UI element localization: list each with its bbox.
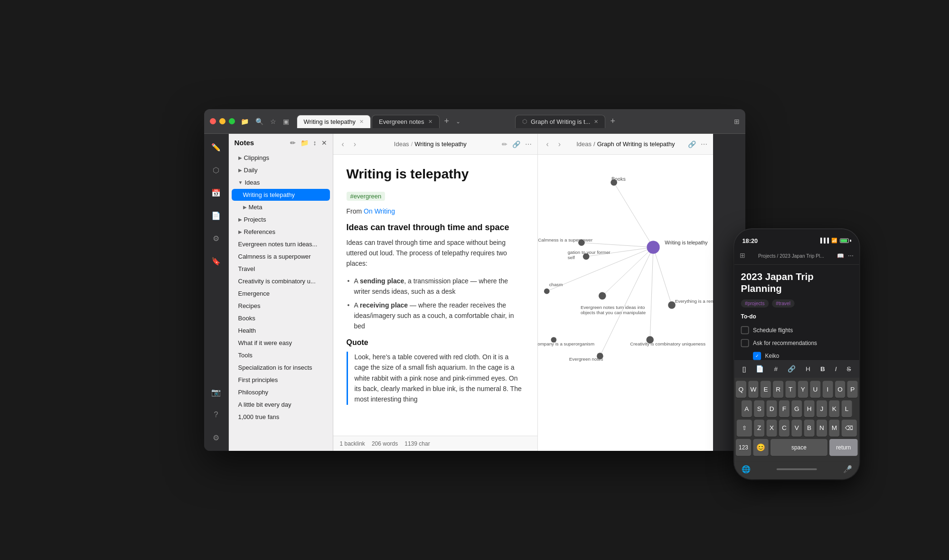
folder-icon[interactable]: 📁 xyxy=(241,118,249,125)
key-emoji[interactable]: 😊 xyxy=(753,439,768,456)
camera-icon[interactable]: 📷 xyxy=(208,384,224,400)
graph-node-evergreen1[interactable] xyxy=(598,292,606,300)
note-from-link[interactable]: On Writing xyxy=(364,207,395,215)
tab-chevron[interactable]: ⌄ xyxy=(453,118,463,125)
key-h[interactable]: H xyxy=(804,400,814,417)
kb-mic-icon[interactable]: 🎤 xyxy=(840,463,855,476)
more-icon[interactable]: ⋯ xyxy=(525,140,532,148)
kb-italic-icon[interactable]: I xyxy=(832,364,839,374)
key-v[interactable]: V xyxy=(791,420,802,437)
key-shift[interactable]: ⇧ xyxy=(736,420,752,437)
help-icon[interactable]: ? xyxy=(208,407,224,422)
kb-link-icon[interactable]: 🔗 xyxy=(785,364,798,374)
key-s[interactable]: S xyxy=(754,400,764,417)
tab-evergreen-notes[interactable]: Evergreen notes ✕ xyxy=(372,115,439,128)
mobile-content[interactable]: 2023 Japan Trip Planning #projects #trav… xyxy=(734,265,859,360)
key-return[interactable]: return xyxy=(829,439,858,456)
tab-close-graph[interactable]: ✕ xyxy=(594,119,598,125)
note-calmness[interactable]: Calmness is a superpower xyxy=(232,251,330,262)
kb-file-icon[interactable]: 📄 xyxy=(753,364,766,374)
note-health[interactable]: Health xyxy=(232,325,330,336)
folder-ideas[interactable]: ▼ Ideas xyxy=(232,177,330,188)
edit-icon[interactable]: ✏ xyxy=(502,140,507,148)
bookmark-icon[interactable]: 🔖 xyxy=(208,253,224,269)
new-note-icon[interactable]: ✏ xyxy=(290,139,296,147)
layout-icon[interactable]: ⊞ xyxy=(734,118,740,125)
note-tools[interactable]: Tools xyxy=(232,349,330,361)
key-z[interactable]: Z xyxy=(754,420,764,437)
add-tab-button[interactable]: + xyxy=(441,116,453,126)
edit-note-icon[interactable]: ✏️ xyxy=(208,140,224,155)
kb-strikethrough-icon[interactable]: S xyxy=(844,364,853,374)
graph-link-icon[interactable]: 🔗 xyxy=(688,140,696,148)
key-e[interactable]: E xyxy=(761,381,771,398)
kb-globe-icon[interactable]: 🌐 xyxy=(738,463,753,476)
back-button[interactable]: ‹ xyxy=(339,138,347,150)
close-list-icon[interactable]: ✕ xyxy=(321,139,327,147)
key-p[interactable]: P xyxy=(847,381,857,398)
graph-node-chasm[interactable] xyxy=(544,289,549,294)
key-c[interactable]: C xyxy=(779,420,789,437)
mobile-tag-travel[interactable]: #travel xyxy=(771,299,794,308)
graph-more-icon[interactable]: ⋯ xyxy=(701,140,707,148)
calendar-icon[interactable]: 📅 xyxy=(208,185,224,200)
checkbox-keiko[interactable] xyxy=(752,352,761,360)
graph-back-button[interactable]: ‹ xyxy=(544,138,552,150)
graph-forward-button[interactable]: › xyxy=(555,138,564,150)
settings-icon[interactable]: ⚙ xyxy=(208,430,224,445)
mobile-tag-projects[interactable]: #projects xyxy=(741,299,768,308)
key-b[interactable]: B xyxy=(804,420,814,437)
note-philosophy[interactable]: Philosophy xyxy=(232,386,330,398)
key-f[interactable]: F xyxy=(779,400,789,417)
add-graph-tab-button[interactable]: + xyxy=(606,116,619,126)
note-what-if[interactable]: What if it were easy xyxy=(232,337,330,349)
key-w[interactable]: W xyxy=(748,381,758,398)
breadcrumb-folder[interactable]: Ideas xyxy=(394,140,409,148)
key-i[interactable]: I xyxy=(822,381,833,398)
kb-bracket-icon[interactable]: [] xyxy=(740,364,748,374)
key-o[interactable]: O xyxy=(835,381,845,398)
tab-graph[interactable]: ⬡ Graph of Writing is t... ✕ xyxy=(515,115,605,128)
note-tag[interactable]: #evergreen xyxy=(347,192,385,201)
note-1000-fans[interactable]: 1,000 true fans xyxy=(232,411,330,423)
tab-close-writing[interactable]: ✕ xyxy=(359,119,364,125)
graph-area[interactable]: Books Writing is telepathy Calmness is a… xyxy=(538,155,713,451)
key-u[interactable]: U xyxy=(810,381,820,398)
key-delete[interactable]: ⌫ xyxy=(841,420,856,437)
tags-icon[interactable]: ⬡ xyxy=(208,162,224,177)
checkbox-schedule[interactable] xyxy=(741,326,749,334)
folder-projects[interactable]: ▶ Projects xyxy=(232,214,330,225)
key-q[interactable]: Q xyxy=(735,381,746,398)
new-folder-icon[interactable]: 📁 xyxy=(301,139,309,147)
backlinks-count[interactable]: 1 backlink xyxy=(340,440,365,447)
graph-breadcrumb-folder[interactable]: Ideas xyxy=(576,140,592,148)
key-m[interactable]: M xyxy=(829,420,839,437)
folder-references[interactable]: ▶ References xyxy=(232,226,330,238)
sort-icon[interactable]: ↕ xyxy=(313,139,317,147)
tab-close-evergreen[interactable]: ✕ xyxy=(428,119,432,125)
sidebar-toggle-icon[interactable]: ▣ xyxy=(283,118,289,125)
kb-bold-icon[interactable]: B xyxy=(817,364,827,374)
note-emergence[interactable]: Emergence xyxy=(232,288,330,299)
kb-tag-icon[interactable]: # xyxy=(771,364,780,374)
link-icon[interactable]: 🔗 xyxy=(512,140,520,148)
tab-writing-telepathy[interactable]: Writing is telepathy ✕ xyxy=(297,115,371,128)
mobile-apps-icon[interactable]: ⊞ xyxy=(740,252,745,260)
key-j[interactable]: J xyxy=(816,400,827,417)
graph-node-active[interactable] xyxy=(647,241,659,253)
key-space[interactable]: space xyxy=(770,439,827,456)
key-g[interactable]: G xyxy=(791,400,802,417)
key-t[interactable]: T xyxy=(785,381,796,398)
git-icon[interactable]: ⚙ xyxy=(208,231,224,246)
note-books[interactable]: Books xyxy=(232,312,330,324)
search-icon[interactable]: 🔍 xyxy=(255,118,263,125)
key-d[interactable]: D xyxy=(766,400,777,417)
note-creativity[interactable]: Creativity is combinatory u... xyxy=(232,275,330,287)
key-l[interactable]: L xyxy=(841,400,852,417)
key-k[interactable]: K xyxy=(829,400,839,417)
key-y[interactable]: Y xyxy=(798,381,808,398)
folder-clippings[interactable]: ▶ Clippings xyxy=(232,152,330,164)
note-travel[interactable]: Travel xyxy=(232,263,330,275)
minimize-button[interactable] xyxy=(219,118,226,124)
mobile-book-icon[interactable]: 📖 xyxy=(837,252,844,259)
